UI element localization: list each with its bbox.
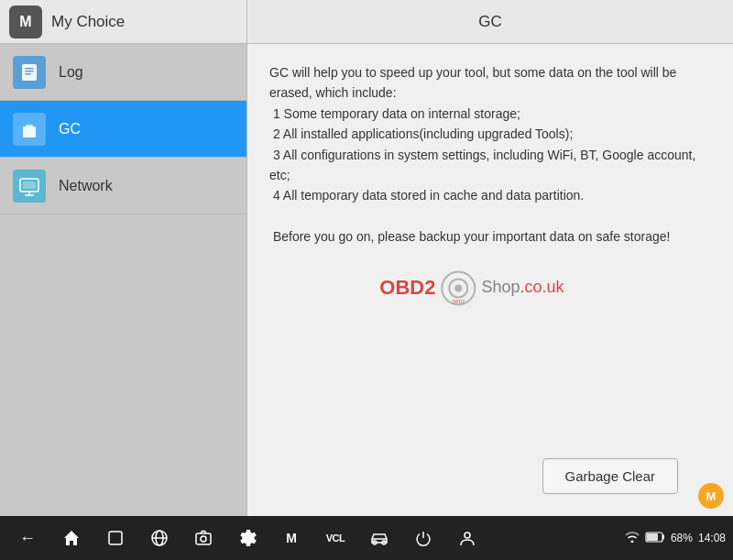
main-area: Log GC <box>0 44 733 516</box>
bottom-nav: ← <box>7 520 487 556</box>
svg-point-24 <box>201 536 206 542</box>
profile-button[interactable] <box>447 520 487 556</box>
sidebar-log-label: Log <box>59 64 83 81</box>
vcl-button[interactable]: VCL <box>315 520 356 556</box>
bottom-bar: ← <box>0 516 733 560</box>
back-button[interactable]: ← <box>7 520 48 556</box>
sidebar: Log GC <box>0 44 247 516</box>
header: M My Choice GC <box>0 0 733 44</box>
header-left-title: My Choice <box>51 13 125 31</box>
clock: 14:08 <box>698 532 726 544</box>
watermark-obd2-text: OBD2 <box>379 276 435 300</box>
svg-rect-31 <box>647 533 658 541</box>
svg-rect-19 <box>109 532 122 544</box>
header-right-title: GC <box>478 13 502 31</box>
watermark: OBD2 OBD2 Shop.co.uk <box>379 269 563 307</box>
floating-m-icon: M <box>698 483 724 509</box>
svg-rect-13 <box>23 181 36 189</box>
svg-rect-23 <box>196 533 211 544</box>
header-left: M My Choice <box>0 0 247 43</box>
log-icon <box>13 56 46 89</box>
power-button[interactable] <box>403 520 443 556</box>
sidebar-item-network[interactable]: Network <box>0 158 246 214</box>
svg-rect-3 <box>25 73 31 75</box>
svg-rect-30 <box>662 534 664 539</box>
header-right: GC <box>247 0 733 43</box>
svg-rect-2 <box>25 71 34 72</box>
watermark-shop-text: Shop.co.uk <box>481 278 563 297</box>
home-button[interactable] <box>51 520 92 556</box>
content-panel: GC will help you to speed up your tool, … <box>247 44 733 516</box>
network-icon <box>13 170 46 203</box>
gc-icon <box>13 113 46 146</box>
svg-marker-18 <box>64 531 79 545</box>
wifi-icon <box>625 532 640 545</box>
sidebar-network-label: Network <box>59 178 113 194</box>
m-center-button[interactable]: M <box>271 520 312 556</box>
svg-point-28 <box>465 533 470 538</box>
garbage-clear-button[interactable]: Garbage Clear <box>542 458 678 494</box>
svg-point-16 <box>454 284 462 291</box>
sidebar-gc-label: GC <box>59 121 81 137</box>
battery-percent: 68% <box>671 532 693 544</box>
svg-rect-0 <box>22 64 37 81</box>
settings-button[interactable] <box>227 520 268 556</box>
car-button[interactable] <box>359 520 399 556</box>
status-bar: 68% 14:08 <box>625 532 726 545</box>
battery-icon <box>645 532 665 545</box>
browser-button[interactable] <box>139 520 180 556</box>
camera-button[interactable] <box>183 520 224 556</box>
svg-text:OBD2: OBD2 <box>453 299 465 304</box>
header-m-icon: M <box>9 5 42 38</box>
svg-rect-1 <box>25 68 34 70</box>
watermark-logo-icon: OBD2 <box>439 269 477 307</box>
sidebar-item-log[interactable]: Log <box>0 44 246 101</box>
content-description: GC will help you to speed up your tool, … <box>269 62 711 247</box>
recent-apps-button[interactable] <box>95 520 136 556</box>
sidebar-item-gc[interactable]: GC <box>0 101 246 158</box>
